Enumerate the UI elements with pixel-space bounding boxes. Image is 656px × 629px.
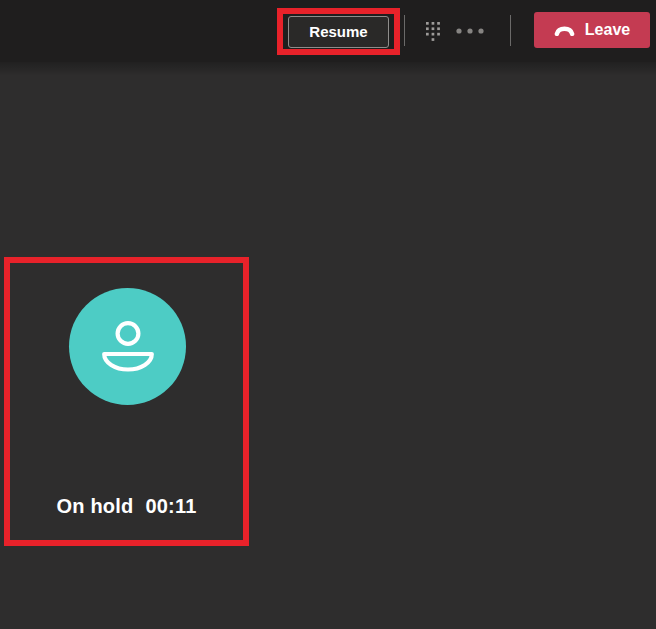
participant-tile[interactable]: On hold00:11 — [10, 263, 243, 540]
resume-annotation-box: Resume — [277, 8, 400, 55]
hold-timer: 00:11 — [145, 495, 196, 517]
person-icon — [102, 321, 154, 373]
more-options-icon — [455, 27, 485, 35]
hold-status-label: On hold — [57, 495, 134, 517]
call-stage: On hold00:11 — [0, 62, 656, 629]
teams-call-window: Resume — [0, 0, 656, 629]
toolbar-divider — [404, 15, 405, 46]
call-controls-bar: Resume — [0, 0, 656, 62]
resume-button[interactable]: Resume — [288, 16, 389, 48]
hold-status: On hold00:11 — [10, 495, 243, 518]
hang-up-phone-icon — [554, 25, 575, 36]
dialpad-icon — [425, 21, 441, 42]
dialpad-button[interactable] — [417, 15, 449, 47]
participant-avatar — [69, 288, 186, 405]
leave-button-label: Leave — [585, 21, 630, 39]
more-options-button[interactable] — [452, 15, 488, 47]
leave-button[interactable]: Leave — [534, 12, 650, 48]
participant-annotation-box: On hold00:11 — [4, 257, 249, 546]
toolbar-divider — [510, 15, 511, 46]
